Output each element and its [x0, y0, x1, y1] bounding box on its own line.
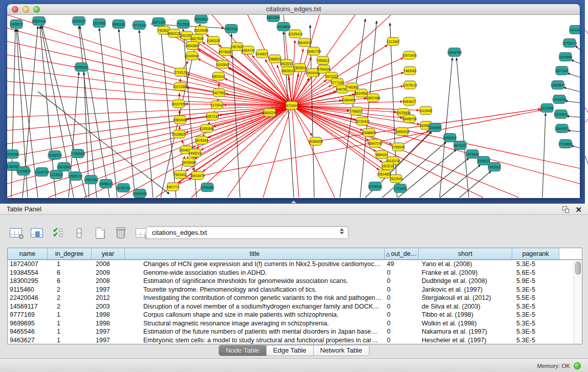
table-cell[interactable]: 2	[48, 286, 92, 294]
select-rows-button[interactable]: ✔✔	[50, 225, 66, 240]
table-cell[interactable]: 1997	[92, 327, 125, 336]
table-cell[interactable]: Estimation of significance thresholds fo…	[125, 277, 385, 286]
table-cell[interactable]: 1997	[92, 336, 125, 345]
graph-node[interactable]: 8466162	[112, 20, 125, 29]
table-cell[interactable]: 0	[385, 294, 419, 302]
table-cell[interactable]: Estimation of the future numbers of pati…	[125, 327, 385, 336]
table-cell[interactable]: Structural magnetic resonance image aver…	[125, 319, 385, 328]
graph-node[interactable]: 9242845	[216, 60, 229, 69]
table-panel-titlebar[interactable]: Table Panel ✕	[0, 204, 588, 215]
table-cell[interactable]: 5.3E-5	[512, 327, 559, 336]
table-row[interactable]: 946362711997Embryonic stem cells: a mode…	[8, 336, 582, 345]
table-cell[interactable]: Hescheler et al. (1997)	[419, 336, 512, 345]
graph-node[interactable]: 7955812	[316, 56, 330, 64]
table-cell[interactable]: 19384554	[8, 269, 48, 277]
graph-node[interactable]: 8427552	[212, 89, 226, 97]
graph-node[interactable]: 16626115	[281, 67, 296, 75]
graph-node[interactable]: 798632	[351, 107, 362, 115]
graph-node[interactable]: 8813054	[267, 15, 280, 22]
table-cell[interactable]: Tibbo et al. (1998)	[419, 311, 512, 319]
graph-node[interactable]: 4498222	[188, 149, 202, 157]
graph-node[interactable]: 16210643	[554, 110, 569, 119]
table-cell[interactable]: 0	[385, 327, 419, 336]
table-cell[interactable]: 49	[385, 260, 419, 269]
table-cell[interactable]: 5.6E-5	[512, 269, 559, 277]
table-cell[interactable]: 1	[48, 336, 92, 345]
graph-node[interactable]: 18724007	[285, 101, 299, 110]
black-edge[interactable]	[161, 27, 176, 198]
graph-node[interactable]: 16958107	[99, 180, 114, 188]
column-header-short[interactable]: short	[419, 248, 512, 259]
table-cell[interactable]: 9777169	[8, 311, 48, 319]
black-edge[interactable]	[565, 101, 580, 103]
graph-node[interactable]: 8454749	[242, 46, 255, 54]
table-row[interactable]: 1456911722003Disruption of a novel membe…	[8, 302, 582, 311]
black-edge[interactable]	[571, 146, 580, 148]
table-row[interactable]: 1872400712008Changes of HCN gene express…	[8, 260, 582, 269]
graph-node[interactable]: 19384554	[309, 137, 323, 145]
graph-node[interactable]: 2626089	[7, 150, 19, 159]
table-cell[interactable]: 1998	[92, 311, 125, 319]
black-edge[interactable]	[575, 46, 580, 50]
table-cell[interactable]: 1997	[92, 286, 125, 294]
table-cell[interactable]: Dudbridge et al. (2008)	[419, 277, 512, 286]
table-cell[interactable]: 22420046	[8, 294, 48, 302]
graph-node[interactable]: 20206576	[48, 151, 62, 160]
graph-node[interactable]: 18300295	[263, 108, 277, 117]
graph-node[interactable]: 15226058	[194, 26, 209, 34]
red-edge[interactable]	[292, 105, 580, 184]
graph-node[interactable]: 12444154	[552, 95, 567, 104]
column-header-name[interactable]: name	[8, 248, 48, 259]
table-cell[interactable]: 2012	[92, 294, 125, 302]
graph-node[interactable]: 1527602	[93, 19, 106, 28]
graph-node[interactable]: 2718126	[174, 68, 187, 76]
graph-node[interactable]: 18495758	[402, 115, 417, 123]
table-cell[interactable]: 5.9E-5	[512, 277, 559, 286]
table-cell[interactable]: de Silva et al. (2003)	[419, 302, 512, 311]
table-settings-button[interactable]	[8, 225, 24, 240]
graph-node[interactable]: 8958923	[443, 134, 456, 142]
new-table-button[interactable]	[92, 225, 107, 240]
black-edge[interactable]	[139, 30, 153, 198]
graph-node[interactable]: 16053809	[194, 15, 209, 24]
table-cell[interactable]: 5.3E-5	[512, 286, 559, 294]
black-edge[interactable]	[567, 116, 580, 117]
graph-node[interactable]: 17359928	[71, 149, 85, 158]
table-cell[interactable]: Nakamura et al. (1997)	[419, 327, 512, 336]
graph-node[interactable]: 16914479	[190, 171, 205, 180]
table-cell[interactable]: 5.3E-5	[512, 319, 559, 328]
graph-node[interactable]: 9474444	[466, 150, 479, 159]
black-edge[interactable]	[571, 60, 580, 63]
table-cell[interactable]: 2008	[92, 260, 125, 269]
black-edge[interactable]	[568, 73, 580, 77]
show-columns-button[interactable]	[29, 225, 45, 240]
graph-node[interactable]: 1733426	[394, 184, 407, 193]
graph-node[interactable]: 10973493	[402, 51, 417, 59]
column-header-year[interactable]: year	[92, 248, 125, 259]
tab-node-table[interactable]: Node Table	[219, 345, 267, 356]
table-cell[interactable]: 2008	[92, 277, 125, 286]
graph-node[interactable]: 15720407	[355, 117, 370, 125]
graph-node[interactable]: 7625402	[173, 170, 187, 179]
graph-node[interactable]: 20053346	[74, 63, 89, 72]
graph-node[interactable]: 12142757	[35, 168, 50, 177]
graph-node[interactable]: 5878334	[195, 136, 208, 144]
graph-node[interactable]: 12505135	[68, 172, 83, 181]
table-cell[interactable]: Franke et al. (2009)	[419, 269, 512, 277]
table-cell[interactable]: 0	[385, 286, 419, 294]
table-cell[interactable]: 2	[48, 302, 92, 311]
graph-node[interactable]: 16961758	[307, 47, 321, 55]
table-cell[interactable]: 5.5E-5	[512, 294, 559, 302]
table-cell[interactable]: Changes of HCN gene expression and I(f) …	[125, 260, 385, 269]
graph-node[interactable]: 9884067	[375, 150, 388, 159]
table-cell[interactable]: 18300295	[8, 277, 48, 286]
graph-node[interactable]: 7857224	[225, 25, 238, 33]
graph-node[interactable]: 18107553	[171, 100, 186, 108]
table-cell[interactable]: Stergiakouli et al. (2012)	[419, 294, 512, 302]
graph-node[interactable]: 16671385	[151, 18, 166, 27]
table-cell[interactable]: 1	[48, 327, 92, 336]
graph-node[interactable]: 12325419	[288, 30, 303, 38]
graph-node[interactable]: 2405572	[10, 20, 23, 29]
table-cell[interactable]: Embryonic stem cells: a model to study s…	[125, 336, 385, 345]
graph-node[interactable]: 17957253	[84, 176, 99, 184]
